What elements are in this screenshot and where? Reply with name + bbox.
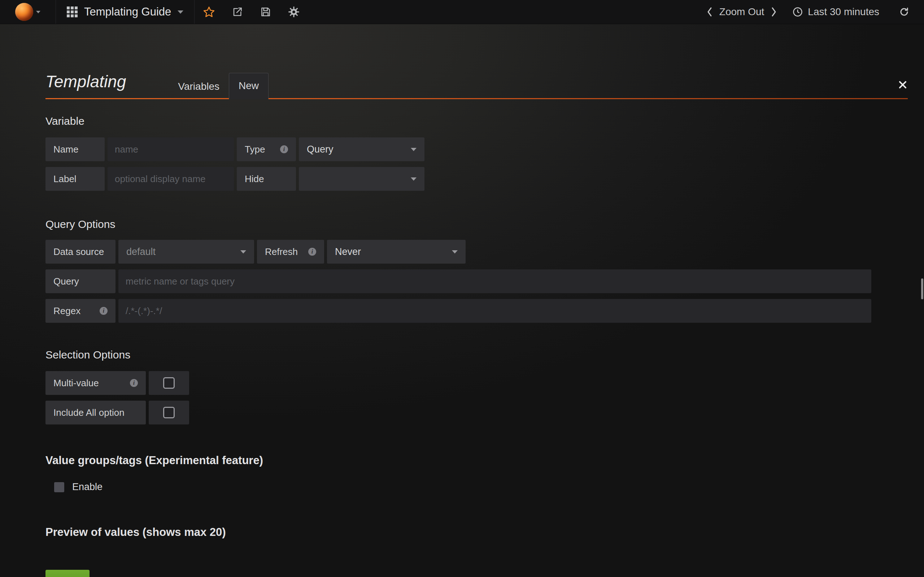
time-controls: Zoom Out Last 30 minutes xyxy=(702,0,924,24)
save-icon xyxy=(260,6,271,18)
multi-value-row: Multi-value i xyxy=(45,371,908,395)
share-icon xyxy=(232,6,243,18)
chevron-down-icon xyxy=(411,177,417,181)
multi-value-label-text: Multi-value xyxy=(53,377,99,389)
label-label: Label xyxy=(45,167,105,191)
templating-editor: Templating Variables New Variable Name T… xyxy=(0,58,924,577)
name-label: Name xyxy=(45,137,105,161)
query-label: Query xyxy=(45,269,115,293)
variable-heading: Variable xyxy=(45,115,908,127)
time-range-label: Last 30 minutes xyxy=(808,6,879,18)
clock-icon xyxy=(792,6,803,17)
data-source-label: Data source xyxy=(45,240,115,264)
enable-checkbox-icon xyxy=(54,482,64,492)
refresh-label: Refresh i xyxy=(257,240,324,264)
enable-toggle[interactable]: Enable xyxy=(54,482,908,493)
chevron-right-icon xyxy=(771,6,777,17)
time-forward-button[interactable] xyxy=(766,6,782,17)
info-icon[interactable]: i xyxy=(130,379,138,387)
tab-new[interactable]: New xyxy=(229,73,268,99)
variable-row-1: Name Type i Query xyxy=(45,137,908,161)
variable-row-2: Label Hide xyxy=(45,167,908,191)
info-icon[interactable]: i xyxy=(100,307,108,315)
query-options-section: Query Options Data source default Refres… xyxy=(45,218,908,323)
close-editor-button[interactable] xyxy=(898,80,908,90)
chevron-down-icon xyxy=(452,250,458,253)
regex-label-text: Regex xyxy=(53,305,81,317)
query-options-row-1: Data source default Refresh i Never xyxy=(45,240,908,264)
variable-type-value: Query xyxy=(307,144,333,155)
dashboard-picker[interactable]: Templating Guide xyxy=(56,0,195,24)
type-label: Type i xyxy=(237,137,296,161)
refresh-button[interactable] xyxy=(894,6,914,17)
variable-name-input[interactable] xyxy=(108,137,234,161)
regex-input[interactable] xyxy=(118,299,871,323)
refresh-label-text: Refresh xyxy=(265,246,298,258)
query-options-row-3: Regex i xyxy=(45,299,908,323)
variable-label-input[interactable] xyxy=(108,167,234,191)
page-title: Templating xyxy=(45,72,126,91)
dashboard-grid-icon xyxy=(67,6,78,17)
editor-header: Templating Variables New xyxy=(45,58,908,99)
tab-variables[interactable]: Variables xyxy=(168,74,229,99)
include-all-label: Include All option xyxy=(45,401,146,424)
add-button[interactable]: Add xyxy=(45,570,89,577)
refresh-icon xyxy=(899,6,909,17)
info-icon[interactable]: i xyxy=(308,248,316,256)
regex-label: Regex i xyxy=(45,299,115,323)
share-button[interactable] xyxy=(223,0,252,24)
preview-heading: Preview of values (shows max 20) xyxy=(45,526,908,539)
query-input[interactable] xyxy=(118,269,871,293)
grafana-app: Templating Guide xyxy=(0,0,924,577)
data-source-select[interactable]: default xyxy=(118,240,254,264)
chevron-left-icon xyxy=(706,6,713,17)
variable-type-select[interactable]: Query xyxy=(299,137,425,161)
editor-tabs: Variables New xyxy=(168,73,268,99)
chevron-down-icon xyxy=(411,148,417,151)
refresh-value: Never xyxy=(335,246,361,258)
hide-label: Hide xyxy=(237,167,296,191)
scrollbar-thumb[interactable] xyxy=(921,279,923,299)
data-source-value: default xyxy=(126,246,155,258)
type-label-text: Type xyxy=(245,144,265,155)
multi-value-label: Multi-value i xyxy=(45,371,146,395)
time-back-button[interactable] xyxy=(702,6,717,17)
save-button[interactable] xyxy=(252,0,280,24)
include-all-row: Include All option xyxy=(45,401,908,424)
zoom-out-button[interactable]: Zoom Out xyxy=(717,6,766,18)
accent-divider xyxy=(45,98,908,99)
grafana-logo-icon xyxy=(15,3,33,21)
dashboard-caret-icon xyxy=(178,10,183,14)
star-icon xyxy=(203,6,215,18)
dashboard-title: Templating Guide xyxy=(84,5,171,18)
gear-icon xyxy=(288,6,300,18)
time-range-picker[interactable]: Last 30 minutes xyxy=(792,6,879,18)
dashboard-toolbar xyxy=(195,0,308,24)
selection-options-section: Selection Options Multi-value i Include … xyxy=(45,349,908,424)
variable-section: Variable Name Type i Query Label Hide xyxy=(45,115,908,191)
chevron-down-icon xyxy=(241,250,246,253)
star-button[interactable] xyxy=(195,0,223,24)
settings-button[interactable] xyxy=(280,0,308,24)
query-options-heading: Query Options xyxy=(45,218,908,230)
value-groups-heading: Value groups/tags (Experimental feature) xyxy=(45,454,908,467)
query-options-row-2: Query xyxy=(45,269,908,293)
enable-label: Enable xyxy=(72,482,102,493)
checkbox-icon xyxy=(163,377,175,389)
close-icon xyxy=(898,80,908,90)
multi-value-checkbox[interactable] xyxy=(149,371,189,395)
refresh-select[interactable]: Never xyxy=(327,240,465,264)
value-groups-section: Value groups/tags (Experimental feature)… xyxy=(45,454,908,493)
selection-options-heading: Selection Options xyxy=(45,349,908,361)
preview-section: Preview of values (shows max 20) xyxy=(45,526,908,539)
info-icon[interactable]: i xyxy=(280,145,288,153)
org-caret-icon xyxy=(36,11,40,13)
checkbox-icon xyxy=(163,407,175,418)
include-all-checkbox[interactable] xyxy=(149,401,189,424)
variable-hide-select[interactable] xyxy=(299,167,425,191)
navbar: Templating Guide xyxy=(0,0,924,24)
org-menu[interactable] xyxy=(0,0,56,24)
